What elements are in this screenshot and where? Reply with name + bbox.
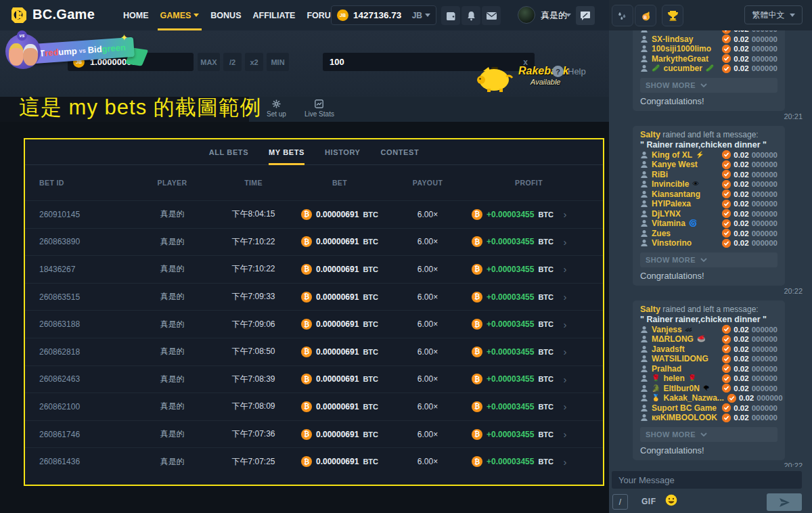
show-more-button[interactable]: SHOW MORE bbox=[640, 427, 777, 442]
avatar[interactable] bbox=[518, 6, 535, 24]
table-row[interactable]: 260863890真是的下午7:10:22₿0.00000691BTC6.00×… bbox=[25, 228, 603, 256]
username[interactable]: 真是的 bbox=[541, 9, 567, 22]
winner-name[interactable]: 100siji1000limo bbox=[652, 44, 711, 53]
currency-selector[interactable]: JB bbox=[412, 11, 430, 20]
wallet-button[interactable] bbox=[441, 6, 460, 25]
chat-toggle-button[interactable] bbox=[576, 6, 595, 25]
table-row[interactable]: 260861436真是的下午7:07:25₿0.00000691BTC6.00×… bbox=[25, 447, 603, 475]
table-row[interactable]: 18436267真是的下午7:10:22₿0.00000691BTC6.00×₿… bbox=[25, 255, 603, 283]
brand-title[interactable]: BC.Game bbox=[32, 7, 95, 22]
winner-name[interactable]: DjLYNX bbox=[652, 209, 681, 219]
winner-name[interactable]: Vitamina bbox=[652, 219, 685, 228]
user-menu-chevron-icon[interactable] bbox=[566, 14, 571, 17]
winner-name[interactable]: SX-lindsay bbox=[652, 35, 693, 44]
winner-name[interactable]: Suport BC Game bbox=[652, 403, 717, 413]
table-row[interactable]: 260910145真是的下午8:04:15₿0.00000691BTC6.00×… bbox=[25, 200, 603, 228]
winner-name[interactable]: EltIbur0N bbox=[663, 384, 699, 393]
row-chevron-icon[interactable]: › bbox=[554, 291, 577, 303]
piggy-bank-icon bbox=[474, 63, 516, 93]
name-emoji: 🌹 bbox=[652, 375, 660, 382]
min-button[interactable]: MIN bbox=[267, 53, 289, 71]
winner-name[interactable]: MΔRLONG bbox=[652, 334, 694, 344]
winner-name[interactable]: Invincible bbox=[652, 179, 689, 189]
table-row[interactable]: 260861746真是的下午7:07:36₿0.00000691BTC6.00×… bbox=[25, 420, 603, 448]
message-input[interactable] bbox=[612, 471, 802, 489]
coin-drop-button[interactable]: B bbox=[635, 5, 656, 26]
token-coin-icon bbox=[722, 35, 731, 43]
winner-name[interactable]: RiBi bbox=[652, 170, 668, 179]
winner-name[interactable]: WATSILIDONG bbox=[652, 354, 708, 363]
tab-all-bets[interactable]: ALL BETS bbox=[209, 139, 248, 164]
slash-command-button[interactable]: / bbox=[612, 494, 628, 510]
contest-button[interactable] bbox=[662, 5, 683, 26]
table-row[interactable]: 260863515真是的下午7:09:33₿0.00000691BTC6.00×… bbox=[25, 283, 603, 311]
table-row[interactable]: 260862818真是的下午7:08:50₿0.00000691BTC6.00×… bbox=[25, 338, 603, 365]
messages-button[interactable] bbox=[482, 6, 501, 25]
bcgame-logo-icon[interactable] bbox=[9, 5, 28, 24]
notifications-button[interactable] bbox=[461, 6, 480, 25]
winner-name[interactable]: helen bbox=[663, 374, 684, 383]
show-more-button[interactable]: SHOW MORE bbox=[640, 252, 777, 267]
rain-sender[interactable]: Salty bbox=[640, 130, 660, 139]
profit-amount: +0.00003455 bbox=[487, 430, 534, 439]
amount-bold: 0.02 bbox=[734, 365, 748, 373]
live-stats-button[interactable]: Live Stats bbox=[304, 99, 334, 118]
table-row[interactable]: 260862100真是的下午7:08:09₿0.00000691BTC6.00×… bbox=[25, 393, 603, 420]
winner-name[interactable]: King of XL bbox=[652, 150, 692, 160]
winner-name[interactable]: Vanjess bbox=[652, 325, 682, 334]
row-chevron-icon[interactable]: › bbox=[554, 236, 577, 248]
tab-contest[interactable]: CONTEST bbox=[381, 139, 420, 164]
gif-button[interactable]: GIF bbox=[641, 497, 656, 506]
fireball-icon: B bbox=[640, 10, 652, 22]
balance-chip[interactable]: JB 1427136.73 JB bbox=[331, 5, 436, 25]
winner-name[interactable]: Kanye West bbox=[652, 160, 698, 169]
winner-row: Suport BC Game0.02000000 bbox=[640, 403, 777, 414]
amount-bold: 0.02 bbox=[734, 30, 748, 33]
table-row[interactable]: 260862463真是的下午7:08:39₿0.00000691BTC6.00×… bbox=[25, 365, 603, 393]
chevron-down-icon bbox=[790, 14, 795, 17]
winner-name[interactable]: Vinstorino bbox=[652, 238, 692, 248]
language-selector[interactable]: 繁體中文 bbox=[744, 5, 803, 24]
help-button[interactable]: ? Help bbox=[552, 66, 586, 77]
winner-name[interactable]: Zues bbox=[652, 229, 671, 238]
half-button[interactable]: /2 bbox=[223, 53, 242, 71]
row-chevron-icon[interactable]: › bbox=[554, 374, 577, 385]
token-coin-icon bbox=[722, 180, 731, 189]
player-cell: 真是的 bbox=[133, 374, 211, 385]
chat-panel: 0.02000000SX-lindsay0.02000000100siji100… bbox=[609, 30, 812, 513]
row-chevron-icon[interactable]: › bbox=[554, 401, 577, 412]
winner-name[interactable]: Javadsft bbox=[652, 344, 685, 354]
show-more-button[interactable]: SHOW MORE bbox=[640, 78, 777, 93]
profit-amount: +0.00003455 bbox=[487, 402, 534, 411]
emoji-button[interactable] bbox=[665, 494, 677, 506]
nav-item-bonus[interactable]: BONUS bbox=[210, 0, 241, 30]
row-chevron-icon[interactable]: › bbox=[554, 428, 577, 440]
winner-amount: 0.02000000 bbox=[722, 45, 777, 53]
setup-button[interactable]: Set up bbox=[267, 99, 286, 118]
rain-sender[interactable]: Salty bbox=[640, 305, 660, 314]
send-button[interactable] bbox=[767, 493, 802, 511]
row-chevron-icon[interactable]: › bbox=[554, 456, 577, 468]
winner-name[interactable]: Kiansantang bbox=[652, 189, 700, 199]
nav-item-affiliate[interactable]: AFFILIATE bbox=[253, 0, 296, 30]
winner-name[interactable]: MarkytheGreat bbox=[652, 54, 708, 64]
nav-item-home[interactable]: HOME bbox=[123, 0, 149, 30]
winner-name[interactable]: Kakak_Nazwa... bbox=[663, 393, 723, 403]
rain-button[interactable] bbox=[612, 5, 633, 26]
winner-name[interactable]: кяKIMBOOLOOK bbox=[652, 413, 717, 422]
bet-id-cell: 260862818 bbox=[25, 347, 133, 357]
table-row[interactable]: 260863188真是的下午7:09:06₿0.00000691BTC6.00×… bbox=[25, 310, 603, 338]
row-chevron-icon[interactable]: › bbox=[554, 319, 577, 330]
winner-name[interactable]: cucumber bbox=[663, 64, 702, 73]
winner-name[interactable]: HYIPalexa bbox=[652, 199, 691, 208]
tab-history[interactable]: HISTORY bbox=[325, 139, 361, 164]
promo-banner[interactable]: TredumpvsBidgreen vs ✦ bbox=[4, 31, 146, 73]
nav-item-games[interactable]: GAMES bbox=[160, 0, 200, 30]
row-chevron-icon[interactable]: › bbox=[554, 263, 577, 275]
row-chevron-icon[interactable]: › bbox=[554, 208, 577, 220]
winner-name[interactable]: Pralhad bbox=[652, 364, 681, 374]
double-button[interactable]: x2 bbox=[245, 53, 263, 71]
row-chevron-icon[interactable]: › bbox=[554, 346, 577, 357]
tab-my-bets[interactable]: MY BETS bbox=[269, 139, 304, 164]
max-button[interactable]: MAX bbox=[198, 53, 220, 71]
